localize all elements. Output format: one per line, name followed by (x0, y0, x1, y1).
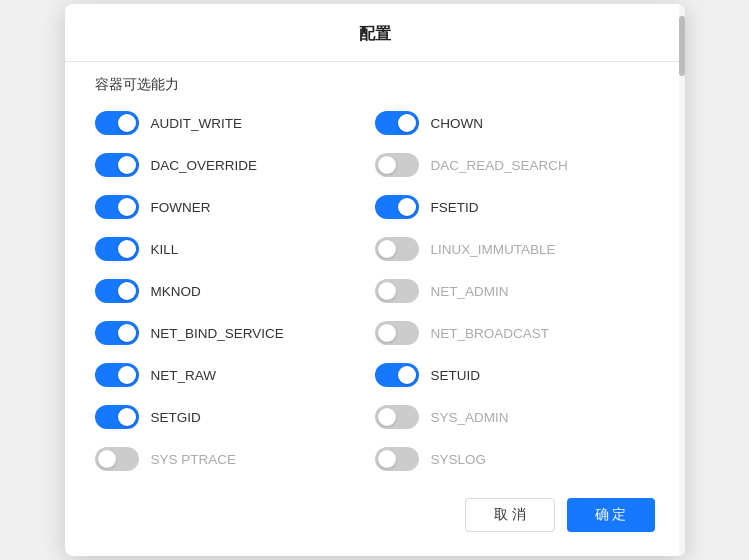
capability-item: SYSLOG (375, 438, 655, 480)
cancel-button[interactable]: 取 消 (465, 498, 555, 532)
capability-label: KILL (151, 242, 179, 257)
toggle-switch[interactable] (95, 321, 139, 345)
toggle-thumb (118, 198, 136, 216)
toggle-thumb (378, 408, 396, 426)
toggle-switch[interactable] (375, 195, 419, 219)
capability-label: SYS PTRACE (151, 452, 237, 467)
toggle-thumb (378, 156, 396, 174)
toggle-thumb (378, 324, 396, 342)
capability-item: DAC_OVERRIDE (95, 144, 375, 186)
toggle-thumb (118, 240, 136, 258)
scrollbar-track[interactable] (679, 4, 685, 556)
toggle-thumb (118, 408, 136, 426)
toggle-switch[interactable] (95, 237, 139, 261)
section-label: 容器可选能力 (65, 62, 685, 102)
capability-item: LINUX_IMMUTABLE (375, 228, 655, 270)
capability-label: SYSLOG (431, 452, 487, 467)
toggle-switch[interactable] (375, 321, 419, 345)
toggle-switch[interactable] (375, 279, 419, 303)
toggle-switch[interactable] (95, 405, 139, 429)
toggle-thumb (378, 282, 396, 300)
capability-item: KILL (95, 228, 375, 270)
confirm-button[interactable]: 确 定 (567, 498, 655, 532)
capability-label: SETUID (431, 368, 481, 383)
toggle-thumb (378, 450, 396, 468)
scrollbar-thumb[interactable] (679, 16, 685, 76)
dialog-title: 配置 (65, 4, 685, 62)
toggle-switch[interactable] (375, 237, 419, 261)
capability-item: SETGID (95, 396, 375, 438)
capability-item: NET_ADMIN (375, 270, 655, 312)
capability-item: FSETID (375, 186, 655, 228)
capability-item: SYS_ADMIN (375, 396, 655, 438)
capability-label: DAC_OVERRIDE (151, 158, 258, 173)
capability-label: NET_BROADCAST (431, 326, 550, 341)
toggle-switch[interactable] (95, 111, 139, 135)
toggle-thumb (118, 114, 136, 132)
capability-label: AUDIT_WRITE (151, 116, 243, 131)
toggle-switch[interactable] (375, 153, 419, 177)
toggle-switch[interactable] (95, 363, 139, 387)
toggle-thumb (398, 114, 416, 132)
capability-label: NET_BIND_SERVICE (151, 326, 284, 341)
capability-label: MKNOD (151, 284, 201, 299)
toggle-switch[interactable] (95, 279, 139, 303)
capability-label: NET_ADMIN (431, 284, 509, 299)
capability-item: FOWNER (95, 186, 375, 228)
toggle-switch[interactable] (95, 153, 139, 177)
toggle-thumb (378, 240, 396, 258)
toggle-thumb (398, 366, 416, 384)
toggle-switch[interactable] (95, 195, 139, 219)
toggle-thumb (118, 324, 136, 342)
capability-item: SYS PTRACE (95, 438, 375, 480)
capability-item: NET_RAW (95, 354, 375, 396)
config-dialog: 配置 容器可选能力 AUDIT_WRITECHOWNDAC_OVERRIDEDA… (65, 4, 685, 556)
capability-label: FSETID (431, 200, 479, 215)
capability-label: CHOWN (431, 116, 484, 131)
capability-label: SETGID (151, 410, 201, 425)
capabilities-grid: AUDIT_WRITECHOWNDAC_OVERRIDEDAC_READ_SEA… (65, 102, 685, 480)
toggle-switch[interactable] (95, 447, 139, 471)
toggle-switch[interactable] (375, 405, 419, 429)
toggle-thumb (398, 198, 416, 216)
capability-label: LINUX_IMMUTABLE (431, 242, 556, 257)
toggle-thumb (98, 450, 116, 468)
toggle-switch[interactable] (375, 447, 419, 471)
toggle-switch[interactable] (375, 111, 419, 135)
toggle-thumb (118, 366, 136, 384)
capability-item: SETUID (375, 354, 655, 396)
capability-label: SYS_ADMIN (431, 410, 509, 425)
capability-label: NET_RAW (151, 368, 217, 383)
capability-item: AUDIT_WRITE (95, 102, 375, 144)
toggle-thumb (118, 156, 136, 174)
dialog-footer: 取 消 确 定 (65, 480, 685, 532)
capability-item: CHOWN (375, 102, 655, 144)
capability-label: FOWNER (151, 200, 211, 215)
capability-item: NET_BIND_SERVICE (95, 312, 375, 354)
capability-item: MKNOD (95, 270, 375, 312)
capability-item: DAC_READ_SEARCH (375, 144, 655, 186)
toggle-switch[interactable] (375, 363, 419, 387)
toggle-thumb (118, 282, 136, 300)
capability-item: NET_BROADCAST (375, 312, 655, 354)
capability-label: DAC_READ_SEARCH (431, 158, 568, 173)
